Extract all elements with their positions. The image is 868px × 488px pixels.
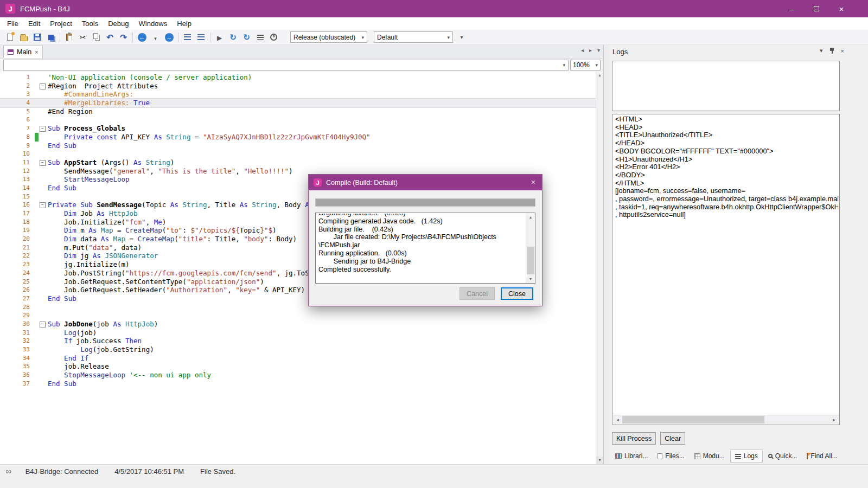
run-config-select[interactable]: Default ▾ (374, 31, 453, 43)
code-fold-icon[interactable] (39, 82, 48, 91)
code-line[interactable]: 9End Sub (0, 142, 596, 150)
panel-menu-icon[interactable]: ▾ (820, 47, 823, 54)
maximize-button[interactable] (804, 0, 829, 17)
tab-list-icon[interactable]: ▾ (597, 47, 600, 53)
menu-debug[interactable]: Debug (103, 17, 133, 30)
menu-windows[interactable]: Windows (134, 17, 173, 30)
menu-file[interactable]: File (2, 17, 23, 30)
dialog-buttons: Cancel Close (459, 287, 533, 300)
close-button[interactable]: Close (501, 287, 533, 300)
restart-button[interactable] (240, 31, 253, 44)
compile-log-line: Organizing libraries. (0.00s) (318, 214, 525, 217)
tab-scroll-left-icon[interactable]: ◂ (581, 47, 584, 53)
redo-button[interactable] (117, 31, 130, 44)
panel-tab-modu[interactable]: Modu... (690, 450, 729, 463)
code-line[interactable]: 29 (0, 311, 596, 320)
menu-tools[interactable]: Tools (77, 17, 103, 30)
pane-splitter[interactable] (604, 45, 609, 464)
nav-back-button[interactable] (135, 31, 149, 44)
toolbar-overflow-icon[interactable]: ▾ (457, 34, 466, 40)
code-fold-icon[interactable] (39, 124, 48, 133)
kill-process-button[interactable]: Kill Process (612, 432, 656, 445)
tab-main[interactable]: Main × (3, 46, 43, 58)
code-line[interactable]: 2#Region Project Attributes (0, 82, 596, 91)
list-button[interactable] (253, 31, 267, 44)
scroll-thumb[interactable] (622, 416, 764, 423)
panel-tab-files[interactable]: Files... (653, 450, 688, 463)
code-line[interactable]: 30Sub JobDone(job As HttpJob) (0, 320, 596, 329)
nav-history-button[interactable] (149, 31, 162, 44)
editor-scrollbar[interactable]: ▴ ▾ (596, 72, 603, 464)
code-line[interactable]: 32 If job.Success Then (0, 337, 596, 345)
code-line[interactable]: 5#End Region (0, 107, 596, 116)
indent-button[interactable] (194, 31, 208, 44)
compile-log-scrollbar[interactable]: ▴ ▾ (526, 213, 535, 283)
menu-project[interactable]: Project (45, 17, 76, 30)
cut-button[interactable] (76, 31, 90, 44)
dialog-close-icon[interactable]: × (531, 178, 535, 187)
line-number: 34 (0, 354, 35, 363)
clear-button[interactable]: Clear (660, 432, 685, 445)
code-line[interactable]: 36 StopMessageLoop '<-- non ui app only (0, 371, 596, 380)
scroll-down-icon[interactable]: ▾ (596, 457, 603, 464)
compile-dialog-titlebar[interactable]: J Compile (Build: Default) × (309, 175, 542, 190)
scroll-thumb[interactable] (527, 247, 534, 274)
code-fold-icon[interactable] (39, 320, 48, 329)
compile-log[interactable]: Organizing libraries. (0.00s)Compiling g… (315, 213, 535, 284)
code-line[interactable]: 4 #MergeLibraries: True (0, 99, 596, 107)
logs-output[interactable]: <HTML><HEAD><TITLE>Unauthorized</TITLE><… (612, 114, 840, 425)
menu-help[interactable]: Help (172, 17, 196, 30)
code-fold-icon[interactable] (39, 201, 48, 209)
member-selector[interactable]: ▾ (3, 60, 569, 70)
close-button[interactable]: × (829, 0, 854, 17)
code-line[interactable]: 35 job.Release (0, 362, 596, 371)
tab-close-icon[interactable]: × (35, 49, 38, 55)
open-file-button[interactable] (17, 31, 30, 44)
scroll-up-icon[interactable]: ▴ (526, 213, 535, 221)
code-line[interactable]: 10 (0, 150, 596, 158)
scroll-down-icon[interactable]: ▾ (526, 275, 535, 283)
code-line[interactable]: 8 Private const API_KEY As String = "AIz… (0, 133, 596, 142)
code-line[interactable]: 11Sub AppStart (Args() As String) (0, 158, 596, 167)
run-button[interactable] (213, 31, 226, 44)
copy-button[interactable] (90, 31, 103, 44)
pin-icon[interactable] (829, 47, 834, 54)
zoom-select[interactable]: 100% ▾ (570, 60, 601, 70)
logs-filter-box[interactable] (612, 61, 840, 111)
compile-progress-bar (315, 198, 535, 207)
panel-tab-quick[interactable]: Quick... (764, 450, 802, 463)
nav-forward-button[interactable] (162, 31, 176, 44)
profiler-button[interactable] (267, 31, 280, 44)
minimize-button[interactable]: – (779, 0, 804, 17)
panel-close-icon[interactable]: × (841, 48, 844, 54)
code-line[interactable]: 7Sub Process_Globals (0, 124, 596, 133)
scroll-left-icon[interactable]: ◂ (613, 415, 622, 424)
undo-button[interactable] (103, 31, 117, 44)
panel-tab-logs[interactable]: Logs (730, 450, 763, 463)
menu-edit[interactable]: Edit (23, 17, 45, 30)
code-line[interactable]: 6 (0, 115, 596, 124)
panel-tab-findall[interactable]: Find All... (802, 450, 841, 463)
code-fold-icon[interactable] (39, 158, 48, 167)
outdent-button[interactable] (181, 31, 194, 44)
panel-tab-librari[interactable]: Librari... (611, 450, 652, 463)
code-line[interactable]: 34 End If (0, 354, 596, 363)
cancel-button[interactable]: Cancel (459, 287, 495, 300)
code-line[interactable]: 1'Non-UI application (console / server a… (0, 73, 596, 82)
code-line[interactable]: 31 Log(job) (0, 329, 596, 337)
scroll-up-icon[interactable]: ▴ (596, 72, 603, 79)
logs-hscrollbar[interactable]: ◂ ▸ (613, 415, 839, 424)
save-button[interactable] (30, 31, 44, 44)
code-text: #CommandLineArgs: (48, 90, 596, 99)
line-number: 18 (0, 218, 35, 227)
code-line[interactable]: 3 #CommandLineArgs: (0, 90, 596, 99)
paste-button[interactable] (62, 31, 76, 44)
tab-scroll-right-icon[interactable]: ▸ (589, 47, 592, 53)
scroll-right-icon[interactable]: ▸ (829, 415, 839, 424)
resume-button[interactable] (226, 31, 240, 44)
save-all-button[interactable] (44, 31, 58, 44)
code-line[interactable]: 37End Sub (0, 380, 596, 388)
build-config-select[interactable]: Release (obfuscated) ▾ (290, 31, 367, 43)
code-line[interactable]: 33 Log(job.GetString) (0, 345, 596, 354)
new-file-button[interactable] (3, 31, 17, 44)
